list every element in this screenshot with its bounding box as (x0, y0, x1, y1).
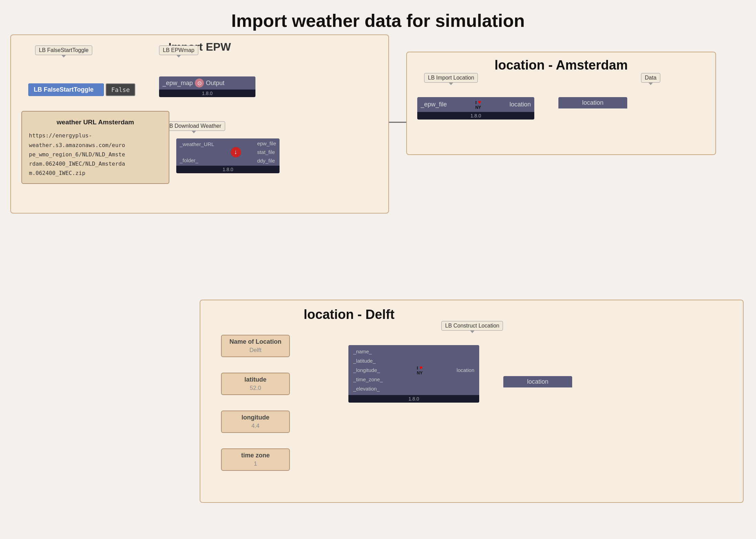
latitude-port: _latitude_ (353, 358, 383, 364)
tooltip-false-start-toggle: LB FalseStartToggle (35, 45, 92, 55)
page-title: Import weather data for simulation (0, 0, 756, 38)
delft-title: location - Delft (304, 307, 395, 322)
timezone-input-node[interactable]: time zone 1 (221, 448, 290, 471)
weather-url-content: https://energyplus-weather.s3.amazonaws.… (29, 131, 162, 178)
construct-location-version: 1.8.0 (348, 395, 479, 403)
download-weather-header: _weather_URL _folder_ ↓ epw_file stat_fi… (176, 138, 280, 166)
epw-file-port: epw_file (257, 141, 276, 146)
tooltip-construct-location: LB Construct Location (441, 321, 503, 331)
stat-file-port: stat_file (257, 149, 276, 155)
epw-file-input-label: _epw_file (421, 101, 447, 108)
download-weather-inputs: _weather_URL _folder_ (180, 141, 214, 163)
longitude-input-node[interactable]: longitude 4.4 (221, 411, 290, 433)
download-weather-outputs: epw_file stat_file ddy_file (257, 141, 276, 164)
longitude-input-label: longitude (227, 414, 284, 421)
construct-location-node: _name_ _latitude_ _longitude_ _time_zone… (348, 345, 479, 403)
name-input-label: Name of Location (227, 338, 284, 345)
import-epw-group: Import EPW LB FalseStartToggle LB EPWmap… (10, 34, 389, 214)
epw-map-output-label: Output (206, 80, 224, 87)
download-weather-version: 1.8.0 (176, 166, 280, 173)
lb-false-start-toggle-button[interactable]: LB FalseStartToggle (28, 83, 104, 96)
download-icon: ↓ (231, 147, 241, 157)
name-port: _name_ (353, 349, 383, 354)
location-construct-output: location (456, 367, 474, 373)
location-delft-output-header: location (503, 376, 572, 387)
longitude-port: _longitude_ (353, 367, 383, 373)
import-location-node: _epw_file I ♥ NY location 1.8.0 (417, 97, 534, 120)
magnifier-icon: ⊙ (195, 79, 204, 87)
weather-url-title: weather URL Amsterdam (29, 117, 162, 127)
amsterdam-group: location - Amsterdam LB Import Location … (406, 52, 716, 155)
folder-port: _folder_ (180, 157, 214, 163)
import-location-version: 1.8.0 (417, 112, 534, 120)
lb-icon-amsterdam: I ♥ NY (475, 99, 481, 110)
name-input-value: Delft (227, 347, 284, 354)
latitude-input-node[interactable]: latitude 52.0 (221, 373, 290, 395)
tooltip-import-location: LB Import Location (424, 73, 478, 83)
import-location-header: _epw_file I ♥ NY location (417, 97, 534, 112)
tooltip-download-weather: LB Download Weather (162, 121, 225, 131)
delft-group: location - Delft LB Construct Location N… (200, 300, 744, 503)
lb-icon-delft: I ♥ NY (417, 365, 423, 375)
timezone-input-label: time zone (227, 452, 284, 459)
tooltip-data: Data (641, 73, 660, 83)
latitude-input-label: latitude (227, 376, 284, 383)
name-input-node[interactable]: Name of Location Delft (221, 335, 290, 357)
tooltip-epw-map: LB EPWmap (159, 45, 198, 55)
construct-location-icon-area: I ♥ NY (417, 365, 423, 375)
epw-map-node: _epw_map ⊙ Output 1.8.0 (159, 76, 255, 97)
location-output-label: location (510, 101, 531, 108)
location-output-text: location (582, 99, 603, 106)
ddy-file-port: ddy_file (257, 158, 276, 164)
weather-url-port: _weather_URL (180, 141, 214, 147)
false-value-label: False (106, 83, 135, 96)
latitude-input-value: 52.0 (227, 385, 284, 392)
download-weather-node: _weather_URL _folder_ ↓ epw_file stat_fi… (176, 138, 280, 173)
construct-location-inputs: _name_ _latitude_ _longitude_ _time_zone… (353, 349, 383, 392)
weather-url-box: weather URL Amsterdam https://energyplus… (21, 111, 169, 184)
timezone-input-value: 1 (227, 460, 284, 467)
location-output-header: location (558, 97, 627, 108)
elevation-port: _elevation_ (353, 386, 383, 392)
amsterdam-title: location - Amsterdam (494, 58, 628, 73)
epw-map-label: _epw_map (162, 80, 193, 87)
location-delft-output-node: location (503, 376, 572, 387)
construct-location-output: location (456, 367, 474, 373)
epw-map-version: 1.8.0 (159, 90, 255, 97)
location-output-node: location (558, 97, 627, 108)
location-delft-output-text: location (527, 378, 548, 385)
epw-map-header: _epw_map ⊙ Output (159, 76, 255, 90)
construct-location-header: _name_ _latitude_ _longitude_ _time_zone… (348, 345, 479, 395)
longitude-input-value: 4.4 (227, 423, 284, 429)
timezone-port: _time_zone_ (353, 376, 383, 382)
